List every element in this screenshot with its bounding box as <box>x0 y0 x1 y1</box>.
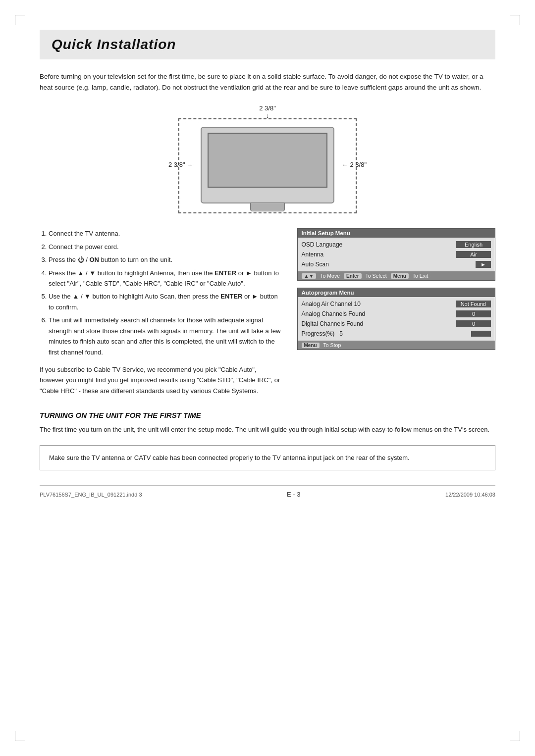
intro-paragraph: Before turning on your television set fo… <box>40 71 495 93</box>
turning-on-section: TURNING ON THE UNIT FOR THE FIRST TIME T… <box>40 411 495 435</box>
step-1: Connect the TV antenna. <box>49 228 282 239</box>
autoprogram-menu-body: Analog Air Channel 10 Not Found Analog C… <box>298 297 495 341</box>
tv-screen <box>208 133 327 188</box>
footer-right: 12/22/2009 10:46:03 <box>445 492 495 498</box>
notice-text: Make sure the TV antenna or CATV cable h… <box>49 454 410 461</box>
analog-found-label: Analog Channels Found <box>302 310 366 317</box>
move-btn: ▲▼ <box>302 273 317 279</box>
menu-row-analog-air: Analog Air Channel 10 Not Found <box>298 299 495 309</box>
step-4: Press the ▲ / ▼ button to highlight Ante… <box>49 268 282 289</box>
corner-mark-bl <box>15 731 25 741</box>
stop-label: To Stop <box>323 342 341 348</box>
autoprog-menu-btn: Menu <box>302 343 320 348</box>
autoprogram-menu-footer: Menu To Stop <box>298 341 495 350</box>
menu-row-progress: Progress(%) 5 <box>298 329 495 339</box>
corner-mark-br <box>510 731 520 741</box>
initial-setup-menu-footer: ▲▼ To Move Enter To Select Menu To Exit <box>298 271 495 280</box>
menu-screenshots: Initial Setup Menu OSD Language English … <box>297 228 496 396</box>
exit-label: To Exit <box>413 273 428 279</box>
step-3: Press the ⏻ / ON button to turn on the u… <box>49 254 282 265</box>
page-container: Quick Installation Before turning on you… <box>0 0 535 756</box>
progress-bar <box>471 331 491 337</box>
corner-mark-tr <box>510 15 520 25</box>
page-title: Quick Installation <box>52 37 483 52</box>
select-label: To Select <box>366 273 387 279</box>
step-2: Connect the power cord. <box>49 242 282 252</box>
title-box: Quick Installation <box>40 30 495 59</box>
menu-btn: Menu <box>391 273 409 279</box>
top-dimension-label: 2 3/8" ↓ <box>259 104 276 119</box>
initial-setup-menu-title: Initial Setup Menu <box>298 229 495 238</box>
tv-stand <box>250 202 285 211</box>
turning-on-heading: TURNING ON THE UNIT FOR THE FIRST TIME <box>40 411 495 419</box>
antenna-value: Air <box>456 251 491 258</box>
initial-setup-menu: Initial Setup Menu OSD Language English … <box>297 228 496 281</box>
menu-row-autoscan: Auto Scan ► <box>298 259 495 269</box>
analog-air-value: Not Found <box>456 301 491 307</box>
autoprogram-menu: Autoprogram Menu Analog Air Channel 10 N… <box>297 288 496 350</box>
steps-list: Connect the TV antenna. Connect the powe… <box>40 228 282 357</box>
move-label: To Move <box>320 273 340 279</box>
step-5: Use the ▲ / ▼ button to highlight Auto S… <box>49 291 282 312</box>
notice-box: Make sure the TV antenna or CATV cable h… <box>40 445 495 470</box>
antenna-label: Antenna <box>302 251 324 258</box>
cable-tv-note: If you subscribe to Cable TV Service, we… <box>40 364 282 396</box>
footer-left: PLV76156S7_ENG_IB_UL_091221.indd 3 <box>40 492 142 498</box>
menu-row-antenna: Antenna Air <box>298 250 495 259</box>
progress-label: Progress(%) 5 <box>302 330 343 337</box>
initial-setup-menu-body: OSD Language English Antenna Air Auto Sc… <box>298 238 495 271</box>
two-column-section: Connect the TV antenna. Connect the powe… <box>40 228 495 396</box>
tv-diagram: 2 3/8" ↓ 2 3/8" → ← 2 3/8" <box>173 104 362 213</box>
corner-mark-tl <box>15 15 25 25</box>
left-dimension-label: 2 3/8" → <box>168 161 193 168</box>
analog-air-label: Analog Air Channel 10 <box>302 301 361 307</box>
digital-found-value: 0 <box>456 320 491 327</box>
right-dimension-label: ← 2 3/8" <box>342 161 367 168</box>
autoscan-label: Auto Scan <box>302 261 329 268</box>
autoprogram-menu-title: Autoprogram Menu <box>298 288 495 297</box>
enter-btn: Enter <box>344 273 362 279</box>
analog-found-value: 0 <box>456 310 491 317</box>
autoscan-value: ► <box>476 261 491 268</box>
turning-on-text: The first time you turn on the unit, the… <box>40 424 495 435</box>
menu-row-osd: OSD Language English <box>298 240 495 250</box>
osd-value: English <box>456 241 491 248</box>
page-footer: PLV76156S7_ENG_IB_UL_091221.indd 3 E - 3… <box>40 485 495 498</box>
osd-label: OSD Language <box>302 241 343 248</box>
step-6: The unit will immediately search all cha… <box>49 315 282 357</box>
footer-center: E - 3 <box>287 491 300 498</box>
menu-row-analog-found: Analog Channels Found 0 <box>298 309 495 319</box>
tv-body <box>201 127 334 203</box>
instruction-list: Connect the TV antenna. Connect the powe… <box>40 228 282 396</box>
menu-row-digital-found: Digital Channels Found 0 <box>298 319 495 329</box>
digital-found-label: Digital Channels Found <box>302 320 364 327</box>
tv-diagram-container: 2 3/8" ↓ 2 3/8" → ← 2 3/8" <box>40 104 495 213</box>
